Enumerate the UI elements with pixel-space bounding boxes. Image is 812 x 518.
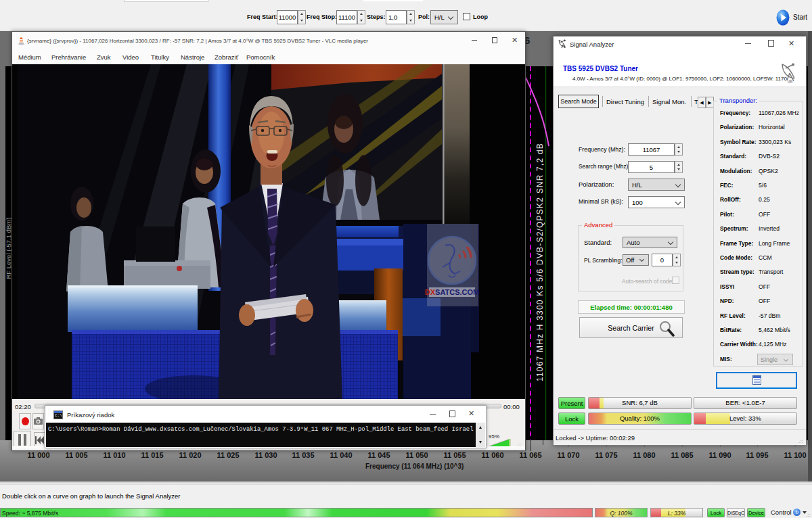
svg-text:dB: dB [788, 80, 792, 84]
svg-text:DXSATCS.COM: DXSATCS.COM [425, 288, 479, 296]
